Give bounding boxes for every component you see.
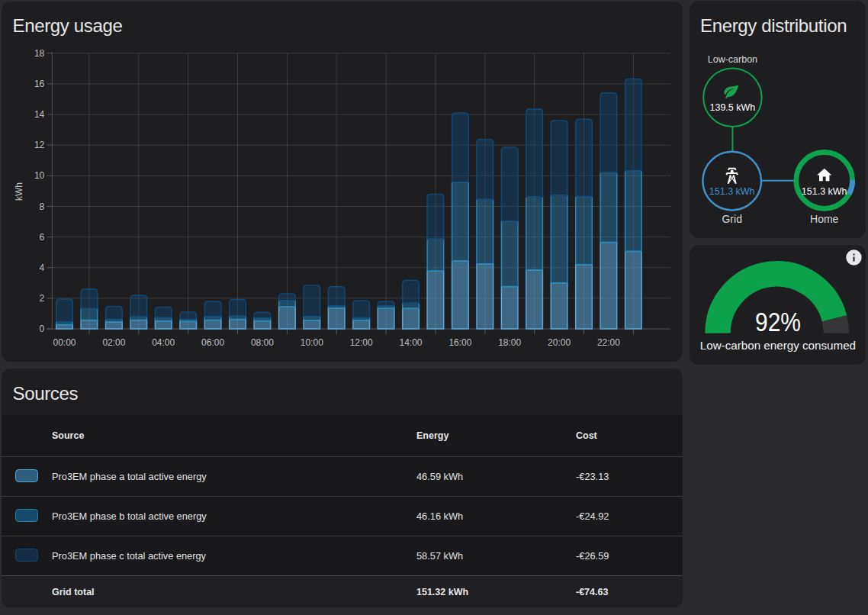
svg-text:12:00: 12:00 [350,337,373,348]
svg-text:Low-carbon energy consumed: Low-carbon energy consumed [700,339,856,352]
svg-text:6: 6 [40,231,45,242]
svg-text:14:00: 14:00 [399,337,422,348]
svg-text:18:00: 18:00 [498,337,521,348]
svg-text:Low-carbon: Low-carbon [708,54,757,65]
svg-text:16: 16 [34,78,45,89]
svg-text:139.5 kWh: 139.5 kWh [710,102,756,113]
svg-text:2: 2 [40,292,45,303]
svg-text:10:00: 10:00 [301,337,323,348]
svg-text:12: 12 [34,140,45,150]
svg-text:04:00: 04:00 [152,337,175,348]
svg-text:00:00: 00:00 [53,337,76,348]
svg-text:10: 10 [34,170,45,181]
svg-text:0: 0 [40,324,45,334]
svg-text:14: 14 [34,109,45,120]
svg-text:08:00: 08:00 [251,337,274,348]
svg-text:kWh: kWh [14,182,24,201]
svg-text:4: 4 [40,262,45,272]
svg-text:20:00: 20:00 [548,337,571,348]
svg-text:151.3 kWh: 151.3 kWh [709,186,755,197]
svg-text:151.3 kWh: 151.3 kWh [802,186,847,197]
svg-text:8: 8 [40,201,45,211]
svg-text:Home: Home [810,213,839,225]
svg-text:92%: 92% [755,308,801,336]
svg-text:22:00: 22:00 [597,337,620,348]
svg-text:06:00: 06:00 [201,337,224,348]
svg-text:18: 18 [34,47,45,58]
svg-text:16:00: 16:00 [448,337,471,348]
svg-text:Grid: Grid [722,213,741,225]
svg-text:02:00: 02:00 [102,337,125,348]
